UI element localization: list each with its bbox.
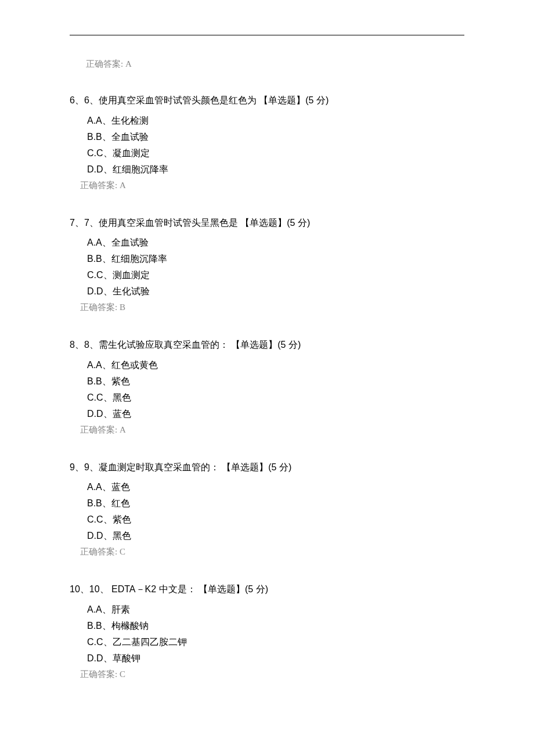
option-a: A.A、红色或黄色 <box>87 357 464 373</box>
option-b: B.B、全血试验 <box>87 129 464 145</box>
header-rule <box>70 35 464 35</box>
answer-line: 正确答案: C <box>80 669 464 680</box>
question-stem: 8、8、需生化试验应取真空采血管的： 【单选题】(5 分) <box>70 337 464 352</box>
options-list: A.A、红色或黄色 B.B、紫色 C.C、黑色 D.D、蓝色 <box>87 357 464 422</box>
option-d: D.D、黑色 <box>87 528 464 544</box>
question-stem: 6、6、使用真空采血管时试管头颜色是红色为 【单选题】(5 分) <box>70 93 464 108</box>
option-a: A.A、蓝色 <box>87 479 464 495</box>
option-a: A.A、肝素 <box>87 602 464 618</box>
question-text: EDTA－K2 中文是： 【单选题】(5 分) <box>109 584 268 594</box>
option-a: A.A、生化检测 <box>87 113 464 129</box>
option-c: C.C、测血测定 <box>87 267 464 283</box>
question-number: 7、7、 <box>70 218 99 228</box>
question-6: 6、6、使用真空采血管时试管头颜色是红色为 【单选题】(5 分) A.A、生化检… <box>70 93 464 191</box>
option-c: C.C、凝血测定 <box>87 145 464 161</box>
document-page: 正确答案: A 6、6、使用真空采血管时试管头颜色是红色为 【单选题】(5 分)… <box>0 0 534 756</box>
option-b: B.B、紫色 <box>87 373 464 390</box>
question-number: 9、9、 <box>70 462 99 472</box>
answer-line: 正确答案: B <box>80 302 464 313</box>
options-list: A.A、肝素 B.B、枸橼酸钠 C.C、乙二基四乙胺二钾 D.D、草酸钾 <box>87 602 464 667</box>
question-text: 使用真空采血管时试管头颜色是红色为 【单选题】(5 分) <box>99 95 329 105</box>
option-d: D.D、红细胞沉降率 <box>87 161 464 178</box>
orphan-answer-line: 正确答案: A <box>86 59 464 70</box>
option-d: D.D、生化试验 <box>87 283 464 300</box>
options-list: A.A、全血试验 B.B、红细胞沉降率 C.C、测血测定 D.D、生化试验 <box>87 235 464 300</box>
option-a: A.A、全血试验 <box>87 235 464 251</box>
option-b: B.B、枸橼酸钠 <box>87 618 464 634</box>
option-d: D.D、草酸钾 <box>87 650 464 667</box>
question-9: 9、9、凝血测定时取真空采血管的： 【单选题】(5 分) A.A、蓝色 B.B、… <box>70 460 464 558</box>
options-list: A.A、生化检测 B.B、全血试验 C.C、凝血测定 D.D、红细胞沉降率 <box>87 113 464 178</box>
question-7: 7、7、使用真空采血管时试管头呈黑色是 【单选题】(5 分) A.A、全血试验 … <box>70 215 464 314</box>
question-stem: 7、7、使用真空采血管时试管头呈黑色是 【单选题】(5 分) <box>70 215 464 231</box>
option-b: B.B、红色 <box>87 495 464 512</box>
question-text: 需生化试验应取真空采血管的： 【单选题】(5 分) <box>99 340 301 350</box>
question-number: 8、8、 <box>70 340 99 350</box>
option-c: C.C、黑色 <box>87 390 464 406</box>
question-8: 8、8、需生化试验应取真空采血管的： 【单选题】(5 分) A.A、红色或黄色 … <box>70 337 464 435</box>
answer-line: 正确答案: A <box>80 180 464 191</box>
answer-line: 正确答案: C <box>80 546 464 557</box>
question-stem: 10、10、 EDTA－K2 中文是： 【单选题】(5 分) <box>70 582 464 597</box>
answer-line: 正确答案: A <box>80 424 464 435</box>
question-stem: 9、9、凝血测定时取真空采血管的： 【单选题】(5 分) <box>70 460 464 475</box>
question-10: 10、10、 EDTA－K2 中文是： 【单选题】(5 分) A.A、肝素 B.… <box>70 582 464 680</box>
option-b: B.B、红细胞沉降率 <box>87 251 464 267</box>
options-list: A.A、蓝色 B.B、红色 C.C、紫色 D.D、黑色 <box>87 479 464 544</box>
option-d: D.D、蓝色 <box>87 406 464 422</box>
question-text: 凝血测定时取真空采血管的： 【单选题】(5 分) <box>99 462 291 472</box>
option-c: C.C、紫色 <box>87 512 464 528</box>
question-number: 10、10、 <box>70 584 109 594</box>
question-text: 使用真空采血管时试管头呈黑色是 【单选题】(5 分) <box>99 218 310 228</box>
question-number: 6、6、 <box>70 95 99 105</box>
option-c: C.C、乙二基四乙胺二钾 <box>87 634 464 650</box>
